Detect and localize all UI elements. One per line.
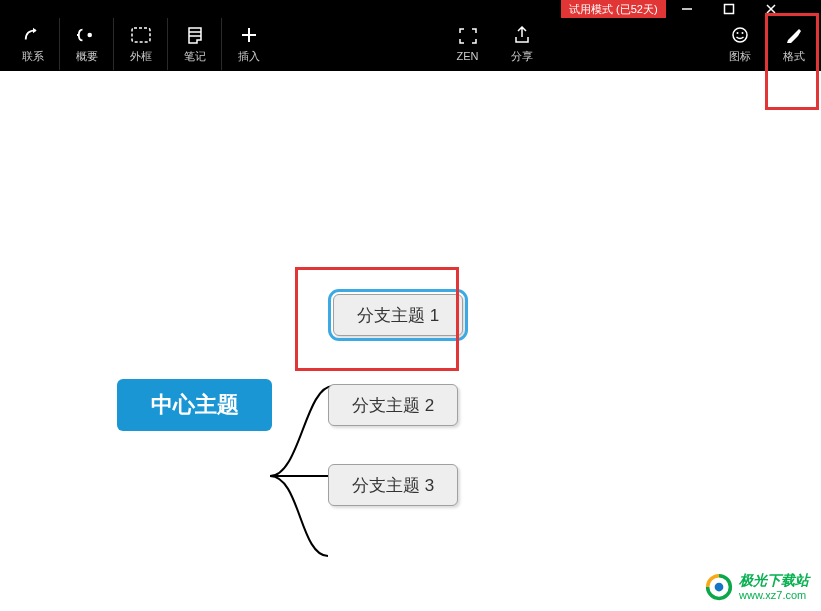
maximize-button[interactable] bbox=[708, 0, 750, 18]
boundary-button[interactable]: 外框 bbox=[114, 18, 168, 70]
note-label: 笔记 bbox=[184, 49, 206, 64]
svg-point-4 bbox=[742, 32, 744, 34]
watermark-line1: 极光下载站 bbox=[739, 573, 809, 588]
zen-button[interactable]: ZEN bbox=[441, 18, 495, 70]
watermark-line2: www.xz7.com bbox=[739, 589, 809, 601]
svg-rect-5 bbox=[724, 5, 733, 14]
titlebar: 试用模式 (已52天) bbox=[561, 0, 821, 18]
relation-icon bbox=[23, 25, 43, 45]
svg-point-6 bbox=[715, 583, 724, 592]
svg-point-0 bbox=[87, 32, 92, 37]
watermark-logo-icon bbox=[705, 573, 733, 601]
share-icon bbox=[512, 25, 532, 45]
close-button[interactable] bbox=[750, 0, 792, 18]
minimize-button[interactable] bbox=[666, 0, 708, 18]
summary-icon bbox=[77, 25, 97, 45]
svg-point-2 bbox=[733, 28, 747, 42]
svg-point-3 bbox=[737, 32, 739, 34]
relation-button[interactable]: 联系 bbox=[6, 18, 60, 70]
summary-label: 概要 bbox=[76, 49, 98, 64]
summary-button[interactable]: 概要 bbox=[60, 18, 114, 70]
share-label: 分享 bbox=[511, 49, 533, 64]
share-button[interactable]: 分享 bbox=[495, 18, 549, 70]
boundary-icon bbox=[131, 25, 151, 45]
smile-icon bbox=[730, 25, 750, 45]
plus-icon bbox=[239, 25, 259, 45]
minimize-icon bbox=[681, 3, 693, 15]
boundary-label: 外框 bbox=[130, 49, 152, 64]
trial-badge: 试用模式 (已52天) bbox=[561, 0, 666, 18]
format-icon bbox=[784, 25, 804, 45]
insert-label: 插入 bbox=[238, 49, 260, 64]
format-button[interactable]: 格式 bbox=[767, 18, 821, 70]
relation-label: 联系 bbox=[22, 49, 44, 64]
icon-button[interactable]: 图标 bbox=[713, 18, 767, 70]
note-button[interactable]: 笔记 bbox=[168, 18, 222, 70]
zen-icon bbox=[458, 26, 478, 46]
mindmap-canvas[interactable]: 中心主题 分支主题 1 分支主题 2 分支主题 3 极光下载站 www.xz7.… bbox=[0, 71, 821, 611]
zen-label: ZEN bbox=[457, 50, 479, 62]
maximize-icon bbox=[723, 3, 735, 15]
center-topic[interactable]: 中心主题 bbox=[117, 379, 272, 431]
format-label: 格式 bbox=[783, 49, 805, 64]
branch-topic-1[interactable]: 分支主题 1 bbox=[333, 294, 463, 336]
svg-rect-1 bbox=[132, 28, 150, 42]
branch-topic-3[interactable]: 分支主题 3 bbox=[328, 464, 458, 506]
watermark: 极光下载站 www.xz7.com bbox=[705, 573, 809, 601]
insert-button[interactable]: 插入 bbox=[222, 18, 276, 70]
note-icon bbox=[185, 25, 205, 45]
branch-topic-2[interactable]: 分支主题 2 bbox=[328, 384, 458, 426]
close-icon bbox=[765, 3, 777, 15]
connectors bbox=[0, 142, 821, 611]
icon-label: 图标 bbox=[729, 49, 751, 64]
